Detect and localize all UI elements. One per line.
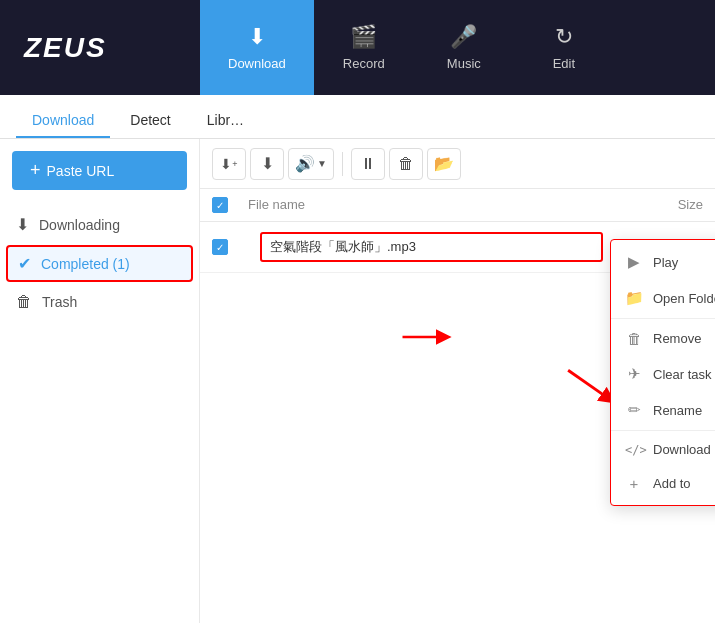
sidebar-item-trash[interactable]: 🗑 Trash [0, 284, 199, 320]
nav-label-download: Download [228, 56, 286, 71]
play-cm-icon: ▶ [625, 253, 643, 271]
nav-label-edit: Edit [553, 56, 575, 71]
import-icon: ⬇+ [220, 156, 237, 172]
add-to-cm-icon: + [625, 475, 643, 492]
header-filename: File name [248, 197, 603, 213]
nav-label-record: Record [343, 56, 385, 71]
rename-cm-icon: ✏ [625, 401, 643, 419]
sidebar: + Paste URL ⬇ Downloading ✔ Completed (1… [0, 139, 200, 623]
context-menu-play[interactable]: ▶ Play [611, 244, 715, 280]
context-menu-download-log[interactable]: </> Download log [611, 433, 715, 466]
header-checkbox[interactable]: ✓ [212, 197, 228, 213]
download-small-icon: ⬇ [261, 154, 274, 173]
record-nav-icon: 🎬 [350, 24, 377, 50]
delete-icon: 🗑 [398, 155, 414, 173]
toolbar-delete-btn[interactable]: 🗑 [389, 148, 423, 180]
file-name-cell: 空氣階段「風水師」.mp3 [260, 232, 603, 262]
toolbar-import-btn[interactable]: ⬇+ [212, 148, 246, 180]
toolbar-volume-btn[interactable]: 🔊 ▼ [288, 148, 334, 180]
sidebar-item-downloading[interactable]: ⬇ Downloading [0, 206, 199, 243]
context-menu-sep-2 [611, 430, 715, 431]
tab-library[interactable]: Libr… [191, 104, 260, 138]
content-area: ⬇+ ⬇ 🔊 ▼ ⏸ 🗑 📂 ✓ [200, 139, 715, 623]
nav-items: ⬇ Download 🎬 Record 🎤 Music ↻ Edit [200, 0, 715, 95]
red-arrow-indicator-1 [395, 307, 455, 367]
tab-detect[interactable]: Detect [114, 104, 186, 138]
nav-item-record[interactable]: 🎬 Record [314, 0, 414, 95]
downloading-icon: ⬇ [16, 215, 29, 234]
row-checkbox-col: ✓ [212, 239, 248, 255]
row-checkbox[interactable]: ✓ [212, 239, 228, 255]
table-header: ✓ File name Size [200, 189, 715, 222]
chevron-down-icon: ▼ [317, 158, 327, 169]
nav-label-music: Music [447, 56, 481, 71]
header-size: Size [603, 197, 703, 213]
clear-task-cm-icon: ✈ [625, 365, 643, 383]
download-nav-icon: ⬇ [248, 24, 266, 50]
download-log-cm-icon: </> [625, 443, 643, 457]
plus-icon: + [30, 160, 41, 181]
toolbar: ⬇+ ⬇ 🔊 ▼ ⏸ 🗑 📂 [200, 139, 715, 189]
context-menu-clear-task[interactable]: ✈ Clear task list [611, 356, 715, 392]
paste-url-button[interactable]: + Paste URL [12, 151, 187, 190]
folder-cm-icon: 📁 [625, 289, 643, 307]
nav-item-music[interactable]: 🎤 Music [414, 0, 514, 95]
toolbar-divider-1 [342, 152, 343, 176]
music-nav-icon: 🎤 [450, 24, 477, 50]
context-menu-open-folder[interactable]: 📁 Open Folder [611, 280, 715, 316]
context-menu-rename[interactable]: ✏ Rename [611, 392, 715, 428]
trash-sidebar-icon: 🗑 [16, 293, 32, 311]
completed-icon: ✔ [18, 254, 31, 273]
context-menu-add-to[interactable]: + Add to ▶ [611, 466, 715, 501]
context-menu: ▶ Play 📁 Open Folder 🗑 Remove ✈ Clear ta… [610, 239, 715, 506]
open-folder-icon: 📂 [434, 154, 454, 173]
nav-item-download[interactable]: ⬇ Download [200, 0, 314, 95]
header-check: ✓ [212, 197, 248, 213]
nav-item-edit[interactable]: ↻ Edit [514, 0, 614, 95]
context-menu-remove[interactable]: 🗑 Remove [611, 321, 715, 356]
toolbar-folder-btn[interactable]: 📂 [427, 148, 461, 180]
context-menu-sep-1 [611, 318, 715, 319]
main-layout: + Paste URL ⬇ Downloading ✔ Completed (1… [0, 139, 715, 623]
logo-area: ZEUS [0, 0, 200, 95]
remove-cm-icon: 🗑 [625, 330, 643, 347]
toolbar-download-btn[interactable]: ⬇ [250, 148, 284, 180]
top-nav: ZEUS ⬇ Download 🎬 Record 🎤 Music ↻ Edit [0, 0, 715, 95]
logo: ZEUS [24, 32, 107, 64]
volume-icon: 🔊 [295, 154, 315, 173]
sub-tabs: Download Detect Libr… [0, 95, 715, 139]
toolbar-pause-btn[interactable]: ⏸ [351, 148, 385, 180]
tab-download[interactable]: Download [16, 104, 110, 138]
sidebar-item-completed[interactable]: ✔ Completed (1) [6, 245, 193, 282]
edit-nav-icon: ↻ [555, 24, 573, 50]
pause-icon: ⏸ [360, 155, 376, 173]
